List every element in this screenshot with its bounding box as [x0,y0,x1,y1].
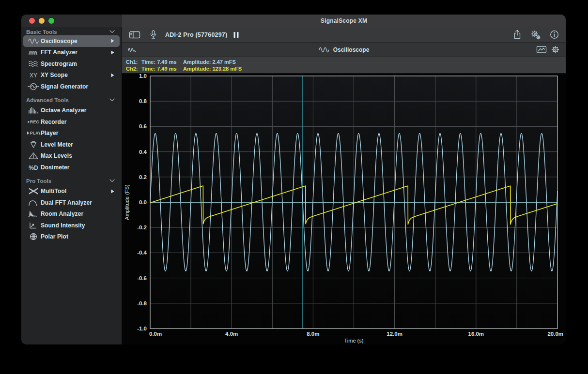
section-header-basic-tools[interactable]: Basic Tools [21,28,122,35]
sidebar-item-label: Polar Plot [41,233,111,240]
toolbar: ADI-2 Pro (57760297) [122,27,566,43]
play-icon: PLAY [26,129,41,137]
channel-1-time: Time: 7.49 ms [141,59,183,65]
sidebar-item-label: Dual FFT Analyzer [41,199,111,206]
subtoolbar-right-group [536,43,560,57]
sidebar-item-room-analyzer[interactable]: Room Analyzer [23,209,120,220]
sidebar-item-fft-analyzer[interactable]: FFT Analyzer [23,47,120,59]
sidebar-item-spectrogram[interactable]: Spectrogram [23,58,120,70]
dual-fft-icon [26,199,41,207]
sidebar-item-sound-intensity[interactable]: Sound Intensity [23,220,120,231]
channel-1-amplitude: Amplitude: 2.47 mFS [183,59,236,65]
sidebar-item-oscilloscope[interactable]: Oscilloscope [23,35,120,47]
channel-readout-bar: Ch1: Time: 7.49 ms Amplitude: 2.47 mFS C… [122,57,566,74]
svg-text:REC: REC [30,120,39,124]
y-axis-tick-label: 0.2 [139,174,147,180]
title-bar-main-section: SignalScope XM [122,15,566,27]
toolbar-left-group [129,30,157,39]
sidebar-item-octave-analyzer[interactable]: Octave Analyzer [23,105,120,117]
run-arrow-icon[interactable] [111,39,120,43]
run-arrow-icon[interactable] [111,73,120,77]
chevron-down-icon[interactable] [109,179,115,182]
sidebar-item-label: Dosimeter [41,164,111,171]
level-meter-icon [26,141,41,149]
sidebar-toggle-icon[interactable] [129,30,140,39]
octave-bars-icon [26,106,41,114]
y-axis-tick-label: 0.0 [139,199,147,205]
polar-plot-icon [26,233,41,240]
section-header-label: Pro Tools [26,178,109,184]
x-axis-tick-label: 20.0m [547,331,563,337]
sidebar-item-level-meter[interactable]: Level Meter [23,139,120,150]
x-axis-tick-label: 12.0m [387,331,402,337]
y-axis-tick-label: -0.6 [137,275,147,281]
tool-header-bar: Oscilloscope [122,43,566,57]
waveform-capture-icon [128,46,139,54]
channel-1-label: Ch1: [126,59,141,65]
share-icon[interactable] [513,30,522,40]
y-axis-tick-label: 0.4 [139,149,147,155]
microphone-icon[interactable] [149,30,157,39]
x-axis-tick-label: 8.0m [307,331,319,337]
gear-icon[interactable] [551,45,560,54]
sidebar-item-label: Recorder [41,119,111,125]
sidebar-item-xy-scope[interactable]: XY XY Scope [23,70,120,81]
section-header-pro-tools[interactable]: Pro Tools [21,176,122,186]
multitool-icon [26,187,41,195]
sidebar-item-label: Oscilloscope [41,38,111,45]
pause-button[interactable] [233,31,239,38]
close-button[interactable] [29,18,35,24]
zoom-button[interactable] [48,18,54,24]
sidebar-item-polar-plot[interactable]: Polar Plot [23,231,120,243]
x-axis-tick-label: 0.0m [149,331,162,337]
sidebar-item-recorder[interactable]: REC Recorder [23,116,120,128]
sine-wave-icon [319,46,329,54]
sidebar-item-label: MultiTool [41,188,111,194]
main-panel: ADI-2 Pro (57760297) Oscilloscope Ch1: T… [122,27,566,344]
sidebar-item-label: Player [41,130,111,136]
sidebar-item-label: Level Meter [41,141,111,148]
run-arrow-icon[interactable] [111,189,120,194]
y-axis-tick-label: -0.4 [137,250,147,255]
dosimeter-icon: %D [26,164,41,171]
run-arrow-icon[interactable] [111,50,120,55]
chart-settings-icon[interactable] [536,45,547,54]
sidebar-item-player[interactable]: PLAY Player [23,128,120,139]
chevron-down-icon[interactable] [109,98,115,102]
settings-gears-icon[interactable] [530,30,541,40]
chevron-down-icon[interactable] [109,30,115,33]
room-analyzer-icon [26,210,41,218]
sidebar-item-signal-generator[interactable]: Signal Generator [23,81,120,92]
sidebar-item-max-levels[interactable]: Max Levels [23,150,120,162]
section-header-label: Advanced Tools [26,97,109,103]
warning-triangle-icon [26,152,41,160]
sidebar-item-label: Sound Intensity [41,222,111,229]
sidebar-section-advanced-tools: Advanced Tools Octave Analyzer REC Recor… [21,95,122,173]
sidebar-item-multitool[interactable]: MultiTool [23,186,120,197]
sidebar-item-label: XY Scope [41,72,111,78]
sidebar-section-pro-tools: Pro Tools MultiTool Dual FFT Analyzer Ro… [21,176,122,243]
fft-peaks-icon [26,48,41,56]
minimize-button[interactable] [39,18,45,24]
x-axis-tick-label: 16.0m [468,331,484,337]
sidebar-item-dosimeter[interactable]: %D Dosimeter [23,162,120,173]
device-selector[interactable]: ADI-2 Pro (57760297) [165,31,227,38]
channel-2-amplitude: Amplitude: 123.28 mFS [183,65,242,72]
oscilloscope-plot[interactable]: 1.00.80.60.40.20.0-0.2-0.4-0.6-0.8-1.00.… [122,74,566,344]
sine-wave-icon [26,37,41,45]
window-title: SignalScope XM [321,17,367,24]
x-axis-tick-label: 4.0m [225,331,238,337]
x-axis-title: Time (s) [344,338,364,344]
section-header-advanced-tools[interactable]: Advanced Tools [21,95,122,105]
sidebar-item-dual-fft-analyzer[interactable]: Dual FFT Analyzer [23,197,120,209]
sidebar-section-basic-tools: Basic Tools Oscilloscope FFT Analyzer Sp… [21,28,122,92]
channel-2-time: Time: 7.49 ms [141,65,183,72]
screen: SignalScope XM Basic Tools Oscilloscope … [0,0,588,374]
channel-2-readout: Ch2: Time: 7.49 ms Amplitude: 123.28 mFS [126,65,566,72]
y-axis-tick-label: 1.0 [139,74,147,79]
toolbar-right-group [513,30,559,40]
spectrogram-icon [26,60,41,68]
y-axis-tick-label: -0.8 [137,300,147,306]
info-icon[interactable] [550,30,559,39]
svg-text:PLAY: PLAY [30,131,40,135]
